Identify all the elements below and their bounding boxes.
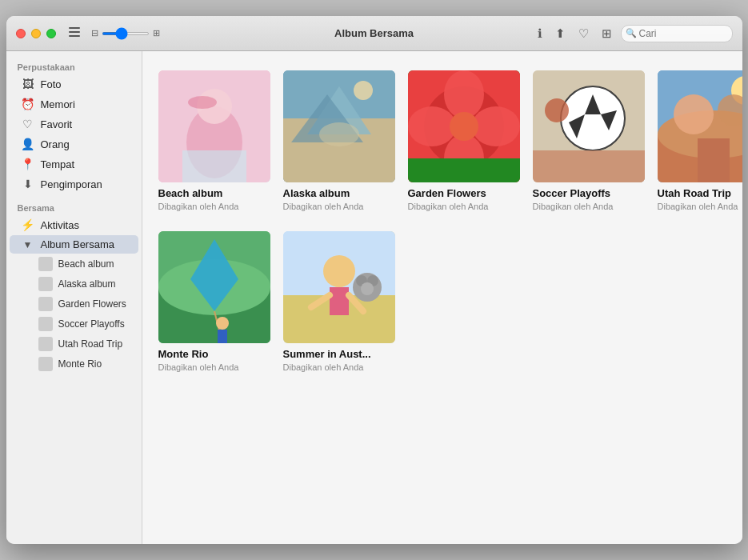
sidebar-item-album-bersama[interactable]: ▼ Album Bersama <box>10 235 138 254</box>
sidebar-section-perpustakaan: Perpustakaan <box>6 59 142 74</box>
zoom-in-icon: ⊞ <box>153 28 160 38</box>
album-thumb-monte <box>158 231 270 343</box>
svg-point-16 <box>444 70 484 118</box>
album-utah[interactable]: Utah Road Trip Dibagikan oleh Anda <box>658 70 742 212</box>
sidebar-label-utah: Utah Road Trip <box>58 338 123 350</box>
sidebar-item-pengimporan[interactable]: ⬇ Pengimporan <box>10 174 138 194</box>
orang-icon: 👤 <box>21 138 35 150</box>
svg-rect-0 <box>69 27 80 29</box>
album-subtitle-monte: Dibagikan oleh Anda <box>158 362 239 373</box>
album-thumb-soccer <box>533 70 645 182</box>
album-subtitle-garden: Dibagikan oleh Anda <box>408 201 489 212</box>
sidebar-label-beach: Beach album <box>58 258 114 270</box>
sidebar-label-pengimporan: Pengimporan <box>41 178 102 190</box>
soccer-thumb <box>38 317 53 331</box>
album-subtitle-alaska: Dibagikan oleh Anda <box>283 201 364 212</box>
svg-rect-1 <box>69 31 80 33</box>
share-button[interactable]: ⬆ <box>551 24 570 43</box>
album-title-monte: Monte Rio <box>158 348 209 362</box>
album-title-soccer: Soccer Playoffs <box>533 187 611 201</box>
svg-point-53 <box>361 282 374 295</box>
sidebar-item-favorit[interactable]: ♡ Favorit <box>10 114 138 134</box>
sidebar-label-foto: Foto <box>41 78 62 90</box>
album-bersama-icon: ▼ <box>21 239 35 250</box>
album-beach[interactable]: Beach album Dibagikan oleh Anda <box>158 70 270 212</box>
info-button[interactable]: ℹ <box>534 24 546 43</box>
sidebar-label-aktivitas: Aktivitas <box>41 219 79 231</box>
svg-rect-2 <box>69 35 80 37</box>
zoom-range-input[interactable] <box>102 32 150 35</box>
album-title-alaska: Alaska album <box>283 187 350 201</box>
svg-point-18 <box>408 106 456 146</box>
sidebar-item-foto[interactable]: 🖼 Foto <box>10 74 138 94</box>
album-thumb-summer <box>283 231 395 343</box>
sidebar-label-garden: Garden Flowers <box>58 298 126 310</box>
main-content: Perpustakaan 🖼 Foto ⏰ Memori ♡ Favorit 👤… <box>6 51 742 544</box>
album-thumb-garden <box>408 70 520 182</box>
search-input[interactable] <box>621 25 733 42</box>
album-title-utah: Utah Road Trip <box>658 187 731 201</box>
sidebar-label-tempat: Tempat <box>41 158 75 170</box>
album-soccer[interactable]: Soccer Playoffs Dibagikan oleh Anda <box>533 70 645 212</box>
sidebar-subitem-beach[interactable]: Beach album <box>10 254 138 274</box>
pengimporan-icon: ⬇ <box>21 178 35 190</box>
album-garden[interactable]: Garden Flowers Dibagikan oleh Anda <box>408 70 520 212</box>
sidebar-item-aktivitas[interactable]: ⚡ Aktivitas <box>10 215 138 234</box>
album-thumb-utah <box>658 70 742 182</box>
tempat-icon: 📍 <box>21 158 35 170</box>
grid-row-1: Beach album Dibagikan oleh Anda <box>158 70 726 212</box>
titlebar: ⊟ ⊞ Album Bersama ℹ ⬆ ♡ ⊞ 🔍 <box>6 16 742 51</box>
maximize-button[interactable] <box>46 29 56 38</box>
sidebar-subitem-soccer[interactable]: Soccer Playoffs <box>10 314 138 334</box>
beach-thumb <box>38 257 53 271</box>
main-window: ⊟ ⊞ Album Bersama ℹ ⬆ ♡ ⊞ 🔍 Perpustakaan… <box>6 16 742 544</box>
svg-rect-36 <box>698 138 730 182</box>
album-subtitle-utah: Dibagikan oleh Anda <box>658 201 738 212</box>
album-subtitle-soccer: Dibagikan oleh Anda <box>533 201 614 212</box>
svg-rect-6 <box>182 150 246 182</box>
album-subtitle-beach: Dibagikan oleh Anda <box>158 201 239 212</box>
titlebar-controls: ⊟ ⊞ <box>66 26 160 41</box>
minimize-button[interactable] <box>31 29 41 38</box>
grid-view-button[interactable]: ⊞ <box>598 24 616 43</box>
svg-point-29 <box>545 98 569 122</box>
favorit-icon: ♡ <box>21 118 35 130</box>
svg-point-13 <box>319 122 359 146</box>
sidebar-subitem-utah[interactable]: Utah Road Trip <box>10 334 138 354</box>
svg-rect-43 <box>218 330 227 343</box>
sidebar-item-memori[interactable]: ⏰ Memori <box>10 94 138 114</box>
foto-icon: 🖼 <box>21 78 35 90</box>
garden-thumb <box>38 297 53 311</box>
sidebar-label-memori: Memori <box>41 98 75 110</box>
sidebar-section-bersama: Bersama <box>6 200 142 214</box>
search-wrap: 🔍 <box>621 25 733 42</box>
sidebar-toggle-button[interactable] <box>66 26 83 41</box>
svg-rect-47 <box>330 287 349 315</box>
sidebar-label-soccer: Soccer Playoffs <box>58 318 125 330</box>
sidebar: Perpustakaan 🖼 Foto ⏰ Memori ♡ Favorit 👤… <box>6 51 142 544</box>
sidebar-label-album-bersama: Album Bersama <box>41 238 114 250</box>
zoom-out-icon: ⊟ <box>91 28 98 38</box>
close-button[interactable] <box>16 29 26 38</box>
sidebar-subitem-monte[interactable]: Monte Rio <box>10 354 138 374</box>
sidebar-subitem-garden[interactable]: Garden Flowers <box>10 294 138 314</box>
sidebar-subitem-alaska[interactable]: Alaska album <box>10 274 138 294</box>
album-alaska[interactable]: Alaska album Dibagikan oleh Anda <box>283 70 395 212</box>
grid-row-2: Monte Rio Dibagikan oleh Anda <box>158 231 726 373</box>
aktivitas-icon: ⚡ <box>21 218 35 231</box>
sidebar-item-orang[interactable]: 👤 Orang <box>10 134 138 154</box>
album-summer[interactable]: Summer in Aust... Dibagikan oleh Anda <box>283 231 395 373</box>
heart-button[interactable]: ♡ <box>574 24 593 43</box>
alaska-thumb <box>38 277 53 291</box>
svg-point-12 <box>354 81 373 100</box>
sidebar-label-favorit: Favorit <box>41 118 73 130</box>
titlebar-right: ℹ ⬆ ♡ ⊞ 🔍 <box>534 24 733 43</box>
traffic-lights <box>16 29 56 38</box>
svg-rect-28 <box>533 150 645 182</box>
album-monte[interactable]: Monte Rio Dibagikan oleh Anda <box>158 231 270 373</box>
svg-point-34 <box>674 94 714 134</box>
svg-point-42 <box>216 317 229 330</box>
zoom-slider[interactable]: ⊟ ⊞ <box>91 28 160 38</box>
sidebar-item-tempat[interactable]: 📍 Tempat <box>10 154 138 174</box>
sidebar-label-orang: Orang <box>41 138 70 150</box>
